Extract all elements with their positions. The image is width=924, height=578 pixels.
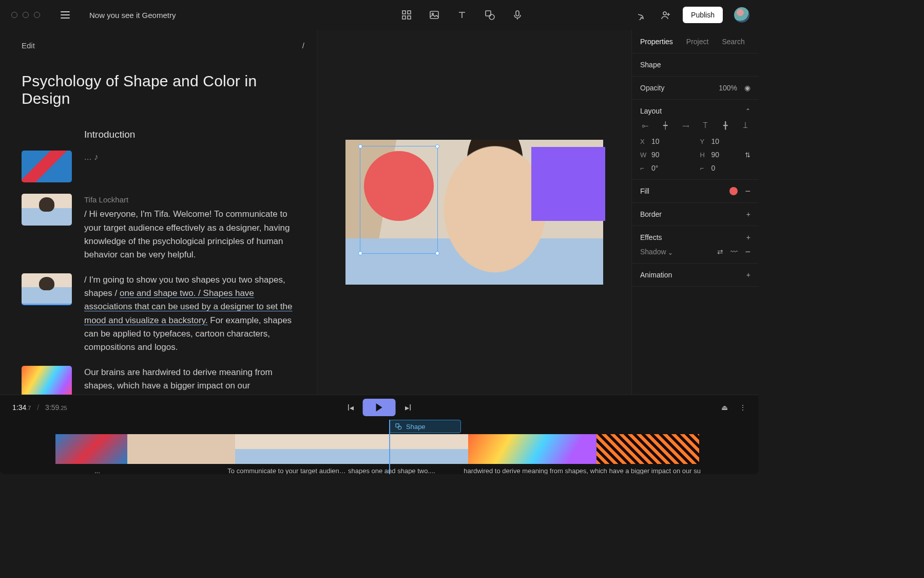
add-user-icon[interactable] xyxy=(660,9,671,21)
resize-handle-icon[interactable] xyxy=(358,144,362,148)
w-input[interactable]: 90 xyxy=(651,151,660,159)
align-top-icon[interactable]: ⟙ xyxy=(700,121,710,130)
eject-icon[interactable]: ⏏ xyxy=(721,403,728,412)
timeline-clip[interactable] xyxy=(55,434,127,464)
project-title[interactable]: Now you see it Geometry xyxy=(89,11,176,20)
selection-box[interactable] xyxy=(360,146,438,254)
x-input[interactable]: 10 xyxy=(651,137,660,145)
editor-mode-label[interactable]: Edit xyxy=(22,41,35,50)
align-left-icon[interactable]: ⟜ xyxy=(640,121,650,130)
add-border-icon[interactable]: + xyxy=(746,210,750,218)
grid-icon[interactable] xyxy=(401,9,412,21)
speaker-label: Tifa Lockhart xyxy=(84,194,304,206)
tab-properties[interactable]: Properties xyxy=(640,38,673,46)
shape-clip[interactable]: Shape xyxy=(389,420,461,433)
canvas-area[interactable] xyxy=(317,30,631,395)
avatar[interactable] xyxy=(734,7,749,23)
tab-search[interactable]: Search xyxy=(722,38,744,46)
script-text[interactable]: ... ♪ xyxy=(84,151,304,164)
shape-icon[interactable] xyxy=(484,9,495,21)
link-dimensions-icon[interactable]: ⇄ xyxy=(744,152,752,158)
playhead[interactable] xyxy=(389,420,390,474)
align-right-icon[interactable]: ⟞ xyxy=(680,121,690,130)
fill-color-swatch[interactable] xyxy=(729,187,738,195)
tab-project[interactable]: Project xyxy=(686,38,709,46)
chevron-down-icon[interactable]: ⌃ xyxy=(668,249,673,256)
add-animation-icon[interactable]: + xyxy=(746,271,750,279)
timeline-clip[interactable] xyxy=(468,434,596,464)
current-time: 1:34 xyxy=(12,403,26,412)
animation-label: Animation xyxy=(640,271,672,279)
video-clips-row[interactable] xyxy=(55,434,759,464)
corner-input[interactable]: 0 xyxy=(711,164,716,172)
image-icon[interactable] xyxy=(429,9,440,21)
clip-thumbnail[interactable] xyxy=(22,366,72,395)
opacity-value[interactable]: 100% xyxy=(719,84,737,92)
timeline-clip[interactable] xyxy=(596,434,699,464)
timeline-clip[interactable] xyxy=(127,434,235,464)
add-effect-icon[interactable]: + xyxy=(746,233,750,241)
svg-rect-0 xyxy=(402,11,406,14)
shadow-label[interactable]: Shadow ⌃ xyxy=(640,248,673,256)
svg-rect-4 xyxy=(430,11,438,18)
editor-cursor-mark: / xyxy=(302,41,304,50)
script-text[interactable]: Our brains are hardwired to derive meani… xyxy=(84,366,304,393)
timeline-track[interactable]: Shape ... To communicate to your target … xyxy=(0,420,759,474)
effect-settings-icon[interactable]: ⇄ xyxy=(717,248,723,256)
timeline-clip[interactable] xyxy=(235,434,355,464)
align-vcenter-icon[interactable]: ╋ xyxy=(720,121,730,130)
clip-thumbnail[interactable] xyxy=(22,151,72,182)
h-label: H xyxy=(700,151,707,159)
corner-radius-icon: ⌐ xyxy=(700,164,707,172)
align-bottom-icon[interactable]: ⟘ xyxy=(740,121,750,130)
play-button[interactable] xyxy=(363,399,396,416)
page-title[interactable]: Psychology of Shape and Color in Design xyxy=(22,72,304,107)
text-icon[interactable] xyxy=(456,9,468,21)
timeline-clip[interactable] xyxy=(355,434,468,464)
square-shape[interactable] xyxy=(531,147,605,221)
effect-visibility-icon[interactable]: 〰 xyxy=(730,248,738,256)
timeline-area: 1:34.7 / 3:59.25 I◂ ▸I ⏏ ⋮ Shape xyxy=(0,395,759,474)
svg-rect-8 xyxy=(516,11,519,16)
video-canvas[interactable] xyxy=(345,140,603,285)
clip-thumbnail[interactable] xyxy=(22,194,72,226)
timeline-caption: hardwired to derive meaning from shapes,… xyxy=(464,467,759,474)
shape-clip-label: Shape xyxy=(406,423,426,431)
skip-forward-icon[interactable]: ▸I xyxy=(405,403,411,413)
play-icon xyxy=(376,403,382,412)
skip-back-icon[interactable]: I◂ xyxy=(348,403,354,413)
more-icon[interactable]: ⋮ xyxy=(739,403,746,412)
svg-rect-3 xyxy=(408,16,411,19)
section-heading[interactable]: Introduction xyxy=(84,129,304,140)
comment-icon[interactable] xyxy=(638,9,649,21)
script-text[interactable]: / Hi everyone, I'm Tifa. Welcome! To com… xyxy=(84,209,290,259)
timeline-caption: To communicate to your target audience..… xyxy=(227,467,348,474)
align-hcenter-icon[interactable]: ┿ xyxy=(660,121,670,130)
properties-panel: Properties Project Search Shape Opacity … xyxy=(631,30,759,395)
resize-handle-icon[interactable] xyxy=(358,251,362,255)
rotation-input[interactable]: 0° xyxy=(651,164,658,172)
maximize-window-icon[interactable] xyxy=(34,12,40,18)
h-input[interactable]: 90 xyxy=(711,151,720,159)
microphone-icon[interactable] xyxy=(512,9,523,21)
timecode: 1:34.7 / 3:59.25 xyxy=(12,403,67,412)
app-header: Now you see it Geometry Publish xyxy=(0,0,759,30)
resize-handle-icon[interactable] xyxy=(435,144,439,148)
y-input[interactable]: 10 xyxy=(711,137,720,145)
publish-button[interactable]: Publish xyxy=(683,7,723,23)
x-label: X xyxy=(640,138,647,145)
timeline-caption: ... xyxy=(55,467,139,474)
total-time: 3:59 xyxy=(45,403,59,412)
window-controls xyxy=(11,12,40,18)
chevron-up-icon[interactable]: ⌃ xyxy=(745,107,750,115)
minimize-window-icon[interactable] xyxy=(23,12,29,18)
insert-toolbar xyxy=(401,9,523,21)
resize-handle-icon[interactable] xyxy=(435,251,439,255)
script-editor: Edit / Psychology of Shape and Color in … xyxy=(0,30,317,395)
clip-thumbnail[interactable] xyxy=(22,273,72,305)
y-label: Y xyxy=(700,138,707,145)
visibility-icon[interactable]: ◉ xyxy=(744,84,750,92)
script-row: / I'm going to show you two shapes you t… xyxy=(22,273,304,355)
menu-icon[interactable] xyxy=(61,11,70,18)
close-window-icon[interactable] xyxy=(11,12,17,18)
